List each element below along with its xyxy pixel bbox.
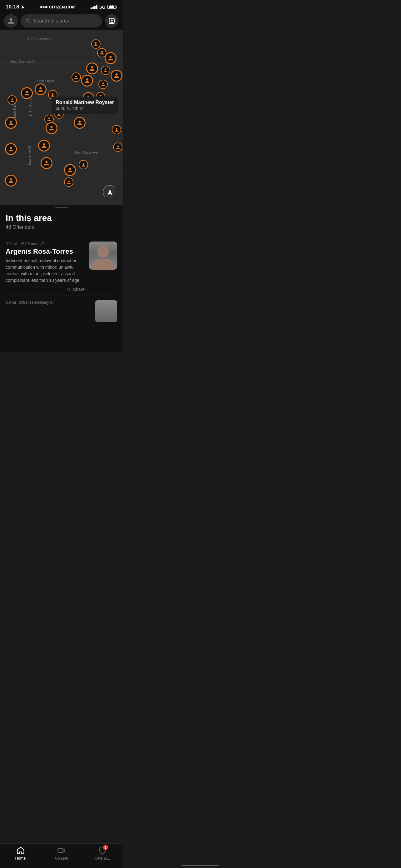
status-bar: 10:18 CITIZEN.COM 5G 99 bbox=[0, 0, 123, 12]
offender-pin[interactable] bbox=[81, 75, 93, 87]
share-label: Share bbox=[73, 287, 85, 292]
offender-card-1[interactable]: 9.9 mi · 157 Sparks St Argenis Rosa-Torr… bbox=[6, 236, 117, 296]
offender-pin[interactable] bbox=[5, 175, 17, 187]
street-line bbox=[0, 153, 123, 153]
street-label-godfrey: Godfrey Avenue bbox=[27, 37, 52, 41]
street-line bbox=[93, 30, 94, 205]
card-distance-1: 9.9 mi · 157 Sparks St bbox=[6, 242, 85, 246]
card-name-1: Argenis Rosa-Torres bbox=[6, 247, 85, 256]
recenter-button[interactable] bbox=[103, 185, 117, 199]
offender-pin[interactable] bbox=[5, 117, 17, 129]
street-label-5th: N 5th Street bbox=[29, 97, 32, 116]
time-display: 10:18 bbox=[6, 4, 19, 10]
search-icon bbox=[26, 19, 31, 24]
signal-bars bbox=[91, 5, 97, 9]
offender-pin[interactable] bbox=[45, 122, 58, 134]
street-line bbox=[36, 30, 36, 205]
profile-button[interactable] bbox=[4, 14, 18, 28]
share-button-1[interactable]: Share bbox=[6, 287, 85, 292]
tab-bar-spacer bbox=[6, 324, 117, 352]
offender-pin[interactable] bbox=[96, 99, 108, 111]
offender-pin[interactable] bbox=[41, 157, 53, 169]
offender-pin[interactable] bbox=[112, 125, 121, 134]
preview-info-2: 9.9 mi · 3391 N Reletheny St bbox=[6, 300, 91, 305]
offender-count: 48 Offenders bbox=[6, 224, 117, 230]
navigate-icon bbox=[106, 189, 113, 195]
offender-pin[interactable] bbox=[38, 140, 50, 152]
street-line bbox=[74, 30, 74, 205]
street-line bbox=[0, 130, 123, 130]
location-arrow-icon bbox=[21, 5, 25, 9]
offender-pin[interactable] bbox=[71, 72, 81, 82]
offender-pin[interactable] bbox=[98, 80, 108, 89]
offender-pin[interactable] bbox=[64, 178, 73, 187]
offender-pin[interactable] bbox=[113, 143, 123, 152]
share-icon bbox=[66, 287, 71, 292]
street-line bbox=[0, 175, 123, 176]
offender-pin[interactable] bbox=[64, 164, 76, 176]
offender-pin[interactable] bbox=[86, 62, 98, 74]
street-label-fern: Fern Street bbox=[37, 79, 54, 83]
offender-pin[interactable] bbox=[82, 92, 94, 104]
street-line bbox=[20, 30, 20, 205]
street-label-lawrence: Lawrence St. bbox=[28, 145, 31, 165]
battery-indicator: 99 bbox=[107, 5, 117, 9]
card-crimes-1: Indecent assault; unlawful contact or co… bbox=[6, 257, 85, 284]
status-center: CITIZEN.COM bbox=[40, 5, 75, 9]
street-label-spencer: West Spencer St. bbox=[10, 60, 36, 63]
card-info-1: 9.9 mi · 157 Sparks St Argenis Rosa-Torr… bbox=[6, 242, 85, 292]
panel-title: In this area bbox=[6, 213, 117, 223]
map-view[interactable]: Godfrey Avenue West Spencer St. Fern Str… bbox=[0, 30, 123, 205]
offender-pin[interactable] bbox=[21, 87, 33, 99]
panel-handle[interactable] bbox=[55, 207, 68, 208]
offender-pin[interactable] bbox=[105, 52, 116, 64]
location-view-button[interactable] bbox=[105, 14, 119, 28]
person-location-icon bbox=[108, 18, 115, 24]
offender-pin[interactable] bbox=[79, 160, 88, 169]
offender-photo-2 bbox=[95, 300, 117, 322]
offender-pin[interactable] bbox=[91, 39, 101, 49]
offender-pin[interactable] bbox=[7, 95, 17, 105]
offender-pin[interactable] bbox=[35, 84, 46, 95]
offender-pin[interactable] bbox=[48, 90, 58, 99]
search-placeholder-text: Search this area bbox=[33, 18, 70, 24]
bottom-panel: In this area 48 Offenders 9.9 mi · 157 S… bbox=[0, 205, 123, 352]
offender-pin[interactable] bbox=[74, 117, 86, 129]
status-right: 5G 99 bbox=[91, 4, 117, 10]
street-label-chew: West Chew Ave bbox=[74, 151, 98, 154]
domain-label: CITIZEN.COM bbox=[49, 5, 75, 9]
offender-pin[interactable] bbox=[101, 66, 110, 75]
search-row: Search this area bbox=[0, 12, 123, 30]
network-type: 5G bbox=[99, 4, 106, 10]
offender-photo-1 bbox=[89, 242, 117, 270]
offender-pin[interactable] bbox=[110, 70, 123, 82]
search-input[interactable]: Search this area bbox=[21, 14, 102, 28]
citizen-logo-dots bbox=[40, 6, 47, 8]
status-time: 10:18 bbox=[6, 4, 25, 10]
person-icon bbox=[7, 18, 14, 24]
offender-pin[interactable] bbox=[54, 110, 64, 119]
battery-level: 99 bbox=[110, 5, 114, 9]
svg-point-1 bbox=[111, 19, 113, 21]
card-distance-2: 9.9 mi · 3391 N Reletheny St bbox=[6, 300, 91, 305]
offender-card-2-preview[interactable]: 9.9 mi · 3391 N Reletheny St bbox=[6, 296, 117, 324]
offender-pin[interactable] bbox=[5, 143, 17, 155]
